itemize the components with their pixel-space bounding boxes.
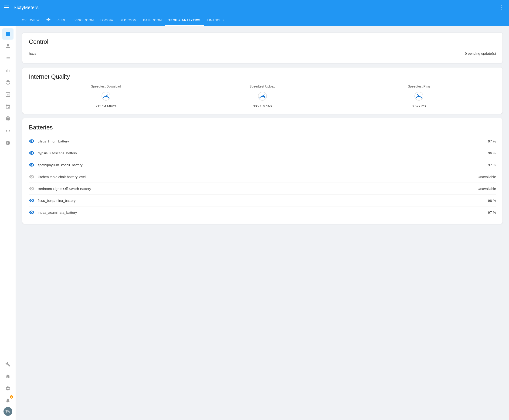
battery-value-kitchen: Unavailable [475, 175, 496, 179]
sidebar-item-home-config[interactable] [2, 371, 14, 382]
nav-item-living-room[interactable]: LIVING ROOM [68, 15, 97, 26]
bar-chart-icon [5, 68, 10, 73]
eye-icon [29, 210, 34, 215]
nav-item-tech-analytics[interactable]: TECH & ANALYTICS [165, 15, 204, 26]
more-dots-icon: ⋮ [499, 4, 505, 10]
nav-item-wifi[interactable] [43, 15, 54, 26]
iq-upload-icon-wrapper [257, 90, 268, 102]
hamburger-menu-button[interactable] [4, 6, 9, 9]
battery-value-bedroom-lights: Unavailable [475, 187, 496, 191]
nav-item-overview[interactable]: OVERVIEW [19, 15, 43, 26]
battery-eye-icon-bedroom-lights[interactable] [29, 186, 34, 191]
sidebar-item-wrench[interactable] [2, 359, 14, 370]
sidebar-bottom: 1 TW [2, 359, 14, 416]
eye-icon [29, 186, 34, 191]
code-icon [5, 128, 10, 133]
nav-bar: OVERVIEW ZÜRI LIVING ROOM LOGGIA BEDROOM… [0, 15, 509, 26]
main-content: Control hacs 0 pending update(s) Interne… [16, 26, 509, 420]
wifi-icon [46, 18, 51, 22]
nav-item-finances[interactable]: FINANCES [204, 15, 227, 26]
iq-upload-value: 395.1 Mbit/s [253, 104, 272, 108]
battery-name-spathiphyllum: spathiphyllum_kochii_battery [38, 163, 472, 167]
sidebar-item-analytics[interactable] [2, 65, 14, 76]
battery-value-dypsis: 96 % [475, 151, 496, 155]
battery-eye-icon-kitchen[interactable] [29, 174, 34, 180]
app-title: SixtyMeters [14, 5, 39, 10]
battery-eye-icon-citrus[interactable] [29, 138, 34, 144]
iq-download-icon-wrapper [100, 90, 112, 102]
more-options-button[interactable]: ⋮ [499, 4, 505, 10]
batteries-card: Batteries citrus_limon_battery 97 % dyps… [22, 118, 502, 224]
sidebar-item-network[interactable] [2, 101, 14, 112]
sidebar-item-list[interactable] [2, 52, 14, 64]
internet-quality-title: Internet Quality [29, 73, 496, 80]
eye-icon [29, 150, 34, 156]
battery-row: spathiphyllum_kochii_battery 97 % [29, 159, 496, 171]
eye-icon [29, 198, 34, 203]
sidebar-item-zwave[interactable] [2, 137, 14, 149]
nav-item-loggia[interactable]: LOGGIA [97, 15, 116, 26]
sidebar-item-docker[interactable] [2, 113, 14, 124]
battery-row: dypsis_lutescens_battery 96 % [29, 147, 496, 159]
iq-metric-upload: Speedtest Upload 395.1 Mbit/s [185, 84, 339, 108]
iq-download-value: 713.54 Mbit/s [96, 104, 116, 108]
battery-eye-icon-spathiphyllum[interactable] [29, 162, 34, 168]
eye-icon [29, 174, 34, 180]
sidebar-item-c-box[interactable]: C [2, 89, 14, 100]
sidebar-item-person[interactable] [2, 40, 14, 52]
bell-icon [5, 398, 10, 403]
main-layout: C [0, 26, 509, 420]
batteries-list: citrus_limon_battery 97 % dypsis_lutesce… [29, 135, 496, 218]
battery-value-musa: 97 % [475, 210, 496, 214]
iq-ping-label: Speedtest Ping [408, 84, 430, 88]
nav-item-bathroom[interactable]: BATHROOM [140, 15, 165, 26]
iq-ping-icon-wrapper [413, 90, 425, 102]
iq-ping-value: 3.677 ms [412, 104, 426, 108]
iq-metric-ping: Speedtest Ping 3.677 ms [342, 84, 496, 108]
battery-name-musa: musa_acuminata_battery [38, 210, 472, 214]
user-avatar[interactable]: TW [3, 407, 12, 416]
iq-upload-label: Speedtest Upload [249, 84, 275, 88]
sidebar-item-settings[interactable] [2, 383, 14, 394]
grid-icon [5, 31, 10, 37]
eye-icon [29, 162, 34, 168]
iq-metric-download: Speedtest Download 713.54 Mbit/s [29, 84, 183, 108]
svg-point-10 [419, 96, 419, 97]
battery-name-bedroom-lights: Bedroom Lights Off Switch Battery [38, 187, 472, 191]
home-config-icon [5, 374, 10, 379]
battery-eye-icon-ficus[interactable] [29, 198, 34, 203]
speedometer-ping-icon [414, 91, 424, 101]
speedometer-upload-icon [257, 91, 268, 101]
notification-badge: 1 [10, 395, 13, 398]
top-bar-left: SixtyMeters [4, 5, 39, 10]
battery-name-dypsis: dypsis_lutescens_battery [38, 151, 472, 155]
sidebar-item-code[interactable] [2, 125, 14, 136]
sidebar-item-notifications[interactable]: 1 [2, 395, 14, 406]
eye-icon [29, 138, 34, 144]
battery-row: ficus_benjamina_battery 98 % [29, 195, 496, 207]
sidebar-top: C [2, 28, 14, 149]
battery-row: kitchen table chair battery level Unavai… [29, 171, 496, 183]
speedometer-download-icon [101, 91, 111, 101]
svg-text:C: C [7, 94, 9, 96]
control-title: Control [29, 38, 496, 45]
sidebar-item-dashboard[interactable] [2, 28, 14, 40]
nav-item-zuri[interactable]: ZÜRI [54, 15, 68, 26]
battery-eye-icon-musa[interactable] [29, 210, 34, 215]
sidebar: C [0, 26, 16, 420]
battery-name-ficus: ficus_benjamina_battery [38, 199, 472, 202]
battery-eye-icon-dypsis[interactable] [29, 150, 34, 156]
internet-quality-card: Internet Quality Speedtest Download [22, 68, 502, 114]
person-icon [5, 44, 10, 49]
control-hacs-name: hacs [29, 52, 36, 55]
battery-row: citrus_limon_battery 97 % [29, 135, 496, 147]
nav-item-bedroom[interactable]: BEDROOM [116, 15, 140, 26]
speedometer-icon [5, 80, 10, 85]
control-card: Control hacs 0 pending update(s) [22, 33, 502, 63]
iq-download-label: Speedtest Download [91, 84, 121, 88]
c-box-icon: C [5, 92, 10, 97]
battery-name-citrus: citrus_limon_battery [38, 139, 472, 143]
battery-row: musa_acuminata_battery 97 % [29, 207, 496, 218]
sidebar-item-speedometer[interactable] [2, 77, 14, 88]
battery-value-spathiphyllum: 97 % [475, 163, 496, 167]
